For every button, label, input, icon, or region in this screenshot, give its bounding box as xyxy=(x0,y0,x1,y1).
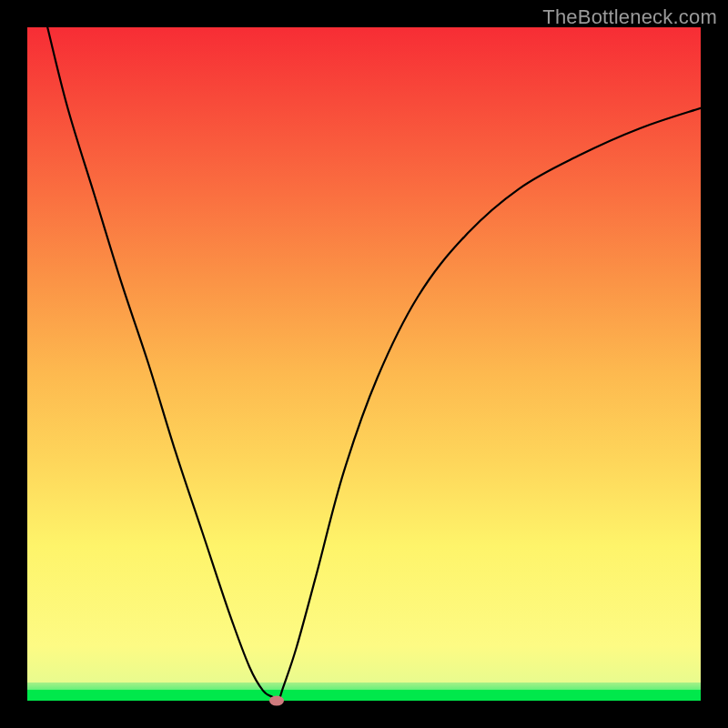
plot-area xyxy=(27,27,701,701)
chart-frame: TheBottleneck.com xyxy=(0,0,728,728)
minimum-marker xyxy=(269,696,284,706)
watermark-text: TheBottleneck.com xyxy=(542,5,717,29)
bottleneck-curve xyxy=(27,27,701,701)
